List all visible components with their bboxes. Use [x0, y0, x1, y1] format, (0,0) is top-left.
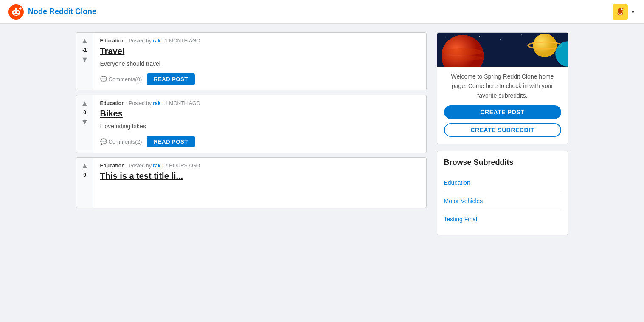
post-title[interactable]: This is a test title li...: [100, 171, 183, 181]
comment-bubble-icon: 💬: [100, 138, 107, 145]
post-meta: Education . Posted by rak . 1 MONTH AGO: [100, 38, 419, 44]
downvote-button[interactable]: ▼: [80, 117, 90, 127]
post-body: Education . Posted by rak . 1 MONTH AGO …: [93, 33, 426, 90]
reddit-logo-icon[interactable]: [8, 4, 24, 20]
comments-link[interactable]: 💬 Comments(0): [100, 76, 142, 82]
vote-count: -1: [82, 47, 87, 53]
page-content: ▲ -1 ▼ Education . Posted by rak . 1 MON…: [67, 32, 577, 235]
vote-section: ▲ 0 ▼: [76, 95, 93, 153]
time-ago: 1 MONTH AGO: [165, 38, 200, 44]
upvote-button[interactable]: ▲: [80, 36, 90, 45]
post-meta: Education . Posted by rak . 1 MONTH AGO: [100, 100, 419, 106]
upvote-button[interactable]: ▲: [80, 99, 90, 108]
svg-point-16: [445, 37, 446, 37]
site-title[interactable]: Node Reddit Clone: [28, 7, 96, 16]
meta-separator: . Posted by: [126, 38, 153, 44]
sidebar: Welcome to Spring Reddit Clone home page…: [437, 32, 568, 235]
comments-count: Comments(2): [109, 138, 142, 145]
post-card: ▲ -1 ▼ Education . Posted by rak . 1 MON…: [76, 32, 427, 90]
user-avatar[interactable]: [613, 4, 628, 20]
time-ago: 1 MONTH AGO: [165, 100, 200, 106]
welcome-text: Welcome to Spring Reddit Clone home page…: [437, 67, 568, 105]
post-title[interactable]: Bikes: [100, 109, 123, 119]
vote-count: 0: [83, 110, 86, 116]
subreddit-link[interactable]: Education: [100, 100, 125, 106]
post-body: Education . Posted by rak . 1 MONTH AGO …: [93, 95, 426, 153]
subreddit-item: Testing Final: [444, 210, 561, 228]
meta-separator: . Posted by: [126, 100, 153, 106]
post-description: Everyone should travel: [100, 59, 419, 68]
browse-subreddits-title: Browse Subreddits: [444, 158, 561, 167]
banner-planets-image: [437, 33, 568, 67]
read-post-button[interactable]: READ POST: [147, 136, 194, 147]
svg-point-12: [621, 13, 622, 14]
post-description: I love riding bikes: [100, 122, 419, 131]
time-ago: 7 HOURS AGO: [165, 163, 200, 169]
svg-point-11: [619, 13, 620, 14]
svg-point-19: [500, 39, 501, 40]
subreddit-item: Motor Vehicles: [444, 192, 561, 210]
comments-count: Comments(0): [109, 76, 142, 82]
svg-point-26: [442, 56, 482, 61]
vote-section: ▲ 0: [76, 158, 93, 208]
subreddit-item: Education: [444, 174, 561, 192]
comment-bubble-icon: 💬: [100, 76, 107, 82]
author-link[interactable]: rak: [153, 163, 160, 169]
create-subreddit-button[interactable]: CREATE SUBREDDIT: [444, 123, 561, 137]
post-body: Education . Posted by rak . 7 HOURS AGO …: [93, 158, 426, 208]
post-title[interactable]: Travel: [100, 46, 125, 56]
subreddit-motor-vehicles-link[interactable]: Motor Vehicles: [444, 198, 483, 204]
vote-count: 0: [83, 172, 86, 178]
svg-point-3: [17, 11, 19, 13]
svg-point-22: [559, 37, 560, 37]
read-post-button[interactable]: READ POST: [147, 73, 194, 85]
sidebar-banner: [437, 33, 568, 67]
author-link[interactable]: rak: [153, 100, 160, 106]
post-card: ▲ 0 ▼ Education . Posted by rak . 1 MONT…: [76, 95, 427, 153]
svg-point-4: [15, 8, 17, 10]
vote-section: ▲ -1 ▼: [76, 33, 93, 90]
subreddit-link[interactable]: Education: [100, 38, 125, 44]
upvote-button[interactable]: ▲: [80, 161, 90, 170]
post-meta: Education . Posted by rak . 7 HOURS AGO: [100, 163, 419, 169]
svg-point-18: [479, 36, 480, 37]
create-post-button[interactable]: CREATE POST: [444, 105, 561, 119]
main-feed: ▲ -1 ▼ Education . Posted by rak . 1 MON…: [76, 32, 427, 235]
author-link[interactable]: rak: [153, 38, 160, 44]
browse-subreddits-card: Browse Subreddits Education Motor Vehicl…: [437, 151, 568, 235]
downvote-button[interactable]: ▼: [80, 55, 90, 64]
subreddit-testing-final-link[interactable]: Testing Final: [444, 216, 478, 223]
meta-separator: . Posted by: [126, 163, 153, 169]
post-actions: 💬 Comments(2) READ POST: [100, 136, 419, 147]
subreddit-education-link[interactable]: Education: [444, 179, 470, 186]
post-card: ▲ 0 Education . Posted by rak . 7 HOURS …: [76, 157, 427, 208]
header-right: ▼: [613, 4, 636, 20]
subreddit-link[interactable]: Education: [100, 163, 125, 169]
svg-point-28: [533, 34, 557, 57]
svg-point-25: [442, 48, 482, 55]
site-header: Node Reddit Clone ▼: [0, 0, 644, 24]
comments-link[interactable]: 💬 Comments(2): [100, 138, 142, 145]
svg-point-20: [521, 34, 522, 35]
sidebar-welcome-card: Welcome to Spring Reddit Clone home page…: [437, 32, 568, 144]
user-dropdown-arrow[interactable]: ▼: [630, 9, 636, 15]
post-actions: 💬 Comments(0) READ POST: [100, 73, 419, 85]
header-left: Node Reddit Clone: [8, 4, 96, 20]
svg-point-2: [14, 11, 15, 13]
